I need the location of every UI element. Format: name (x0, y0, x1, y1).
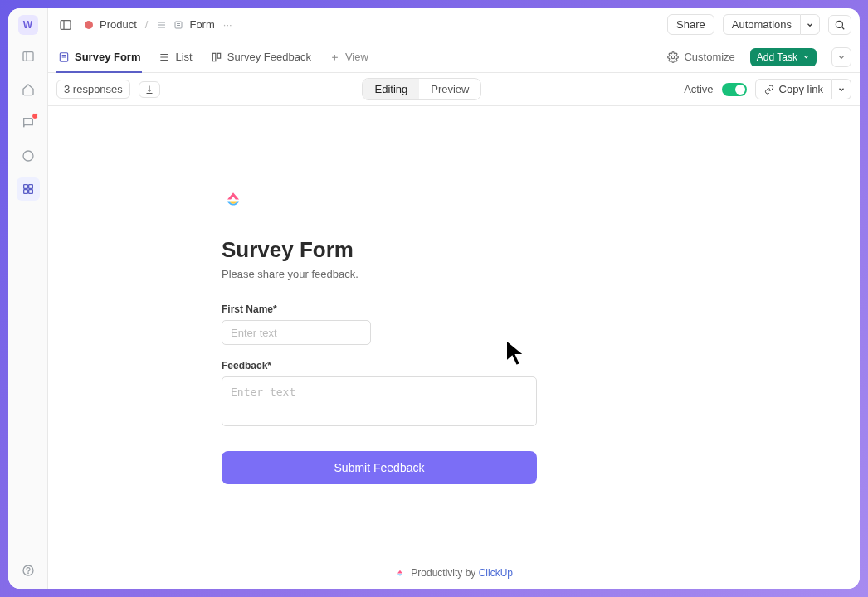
gear-icon (667, 51, 679, 63)
add-view-label: View (345, 51, 368, 63)
responses-count[interactable]: 3 responses (56, 80, 130, 99)
breadcrumb-more-icon[interactable]: ··· (223, 18, 232, 31)
svg-rect-27 (217, 53, 221, 58)
home-icon[interactable] (17, 78, 40, 101)
mode-segmented: Editing Preview (362, 78, 481, 100)
copy-link-button[interactable]: Copy link (755, 79, 832, 100)
form-footer: Productivity by ClickUp Report Abuse (395, 567, 513, 589)
mode-preview[interactable]: Preview (419, 79, 480, 100)
left-nav-rail: W (8, 8, 48, 589)
svg-rect-5 (23, 190, 27, 194)
tab-survey-feedback[interactable]: Survey Feedback (209, 41, 313, 72)
top-bar: Product / Form ··· Share Automations (48, 8, 860, 41)
copy-link-caret[interactable] (832, 79, 851, 100)
svg-rect-4 (28, 185, 32, 189)
tab-list[interactable]: List (157, 41, 193, 72)
svg-point-8 (27, 573, 28, 574)
add-task-label: Add Task (757, 51, 797, 63)
tab-label: Survey Form (75, 51, 140, 63)
footer-brand-link[interactable]: ClickUp (479, 567, 513, 579)
breadcrumb-project-label: Product (100, 18, 137, 31)
chevron-down-icon (802, 53, 810, 61)
breadcrumb-sep: / (145, 18, 149, 31)
submit-button[interactable]: Submit Feedback (222, 451, 537, 484)
workspace-avatar[interactable]: W (18, 15, 38, 35)
feedback-input[interactable] (222, 376, 537, 426)
list-view-icon (158, 51, 170, 63)
svg-rect-26 (212, 53, 216, 61)
feedback-label: Feedback* (222, 360, 537, 371)
svg-point-11 (85, 21, 93, 29)
sidebar-toggle-icon[interactable] (17, 45, 40, 68)
svg-rect-0 (23, 52, 33, 61)
form-canvas: Survey Form Please share your feedback. … (48, 106, 860, 589)
plus-icon: ＋ (329, 50, 340, 65)
first-name-label: First Name* (222, 303, 537, 315)
tab-label: List (175, 51, 192, 63)
svg-rect-3 (23, 185, 27, 189)
search-button[interactable] (828, 15, 851, 35)
footer-logo-icon (395, 569, 405, 579)
customize-label: Customize (684, 51, 734, 63)
add-view-button[interactable]: ＋ View (328, 41, 370, 72)
docs-icon[interactable] (17, 144, 40, 167)
panel-toggle-icon[interactable] (56, 16, 75, 34)
share-button[interactable]: Share (667, 14, 714, 35)
report-abuse-link[interactable]: Report Abuse (424, 587, 485, 589)
svg-line-19 (841, 27, 844, 29)
link-icon (764, 85, 774, 95)
form-glyph-icon (173, 19, 184, 31)
tab-label: Survey Feedback (227, 51, 311, 63)
automations-button[interactable]: Automations (723, 14, 801, 35)
view-tabs: Survey Form List Survey Feedback ＋ View (48, 41, 860, 73)
svg-point-28 (672, 56, 675, 59)
download-icon (144, 85, 154, 95)
view-more-button[interactable] (831, 47, 851, 67)
breadcrumb-project[interactable]: Product (83, 18, 137, 31)
first-name-input[interactable] (222, 320, 371, 345)
brand-logo (222, 189, 537, 212)
inbox-icon[interactable] (17, 111, 40, 134)
svg-point-2 (23, 151, 33, 161)
board-view-icon (211, 51, 222, 63)
add-task-button[interactable]: Add Task (750, 48, 817, 66)
inbox-badge (32, 113, 38, 119)
breadcrumb-page[interactable]: Form (156, 18, 214, 31)
copy-link-label: Copy link (779, 83, 823, 95)
help-icon[interactable] (17, 559, 40, 582)
breadcrumb-page-label: Form (189, 18, 214, 31)
mode-editing[interactable]: Editing (363, 79, 419, 100)
form-controls-row: 3 responses Editing Preview Active Copy … (48, 73, 860, 106)
download-responses-button[interactable] (139, 81, 160, 98)
apps-icon[interactable] (17, 177, 40, 201)
footer-prefix: Productivity by (411, 567, 478, 579)
form-title[interactable]: Survey Form (222, 237, 537, 263)
svg-rect-9 (61, 20, 71, 29)
customize-button[interactable]: Customize (667, 51, 734, 63)
automations-caret-button[interactable] (801, 14, 820, 35)
tab-survey-form[interactable]: Survey Form (56, 41, 142, 72)
active-label: Active (684, 83, 713, 95)
svg-rect-6 (28, 190, 32, 194)
active-toggle[interactable] (722, 83, 747, 96)
list-glyph-icon (156, 19, 168, 31)
form-description[interactable]: Please share your feedback. (222, 268, 537, 280)
svg-point-18 (836, 21, 842, 27)
form-view-icon (58, 51, 70, 63)
project-icon (83, 19, 95, 31)
